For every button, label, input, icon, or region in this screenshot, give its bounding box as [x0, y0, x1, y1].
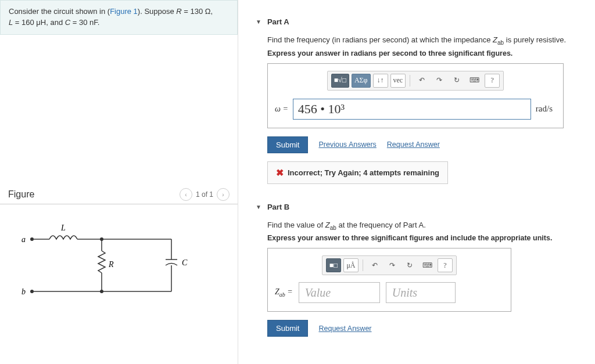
part-a-submit-button[interactable]: Submit: [267, 136, 308, 153]
undo-button[interactable]: ↶: [414, 74, 429, 88]
svg-text:L: L: [60, 224, 66, 232]
part-b-buttons: Submit Request Answer: [267, 320, 595, 337]
keyboard-button[interactable]: ⌨: [420, 258, 435, 272]
figure-header: Figure ‹ 1 of 1 ›: [0, 186, 238, 204]
units-button[interactable]: μÅ: [343, 258, 359, 272]
part-a-toolbar: ■√□ ΑΣφ ↓↑ vec ↶ ↷ ↻ ⌨ ?: [327, 71, 504, 91]
help-button[interactable]: ?: [485, 74, 500, 88]
part-a-instruction: Express your answer in radians per secon…: [267, 49, 595, 57]
templates-button[interactable]: ■√□: [331, 74, 349, 88]
collapse-icon: ▼: [256, 204, 261, 210]
svg-text:b: b: [21, 287, 26, 296]
reset-button[interactable]: ↻: [402, 258, 417, 272]
figure-next-button[interactable]: ›: [217, 188, 230, 201]
undo-button[interactable]: ↶: [367, 258, 382, 272]
omega-label: ω =: [275, 104, 288, 114]
svg-text:a: a: [21, 235, 26, 244]
part-a-prompt: Find the frequency (in radians per secon…: [267, 34, 595, 47]
part-a-buttons: Submit Previous Answers Request Answer: [267, 136, 595, 153]
svg-text:C: C: [182, 258, 188, 267]
zab-label: Zab =: [275, 287, 293, 298]
request-answer-link[interactable]: Request Answer: [387, 140, 440, 149]
redo-button[interactable]: ↷: [385, 258, 400, 272]
part-a-answer-input[interactable]: [293, 99, 531, 120]
figure-link[interactable]: Figure 1: [110, 7, 138, 16]
sort-button[interactable]: ↓↑: [373, 74, 388, 88]
figure-pager: 1 of 1: [196, 190, 213, 199]
part-b-header[interactable]: ▼ Part B: [256, 203, 595, 211]
request-answer-link[interactable]: Request Answer: [318, 325, 371, 333]
figure-body: a L C R: [0, 204, 238, 328]
part-b-units-input[interactable]: Units: [386, 282, 456, 303]
circuit-diagram: a L C R: [15, 222, 189, 309]
part-b-input-row: Zab = Value Units: [268, 280, 511, 311]
figure-nav: ‹ 1 of 1 ›: [180, 188, 230, 201]
part-b-answer-box: ■□ μÅ ↶ ↷ ↻ ⌨ ? Zab = Value Units: [267, 248, 511, 312]
part-b-submit-button[interactable]: Submit: [267, 320, 308, 337]
part-a-title: Part A: [267, 17, 289, 26]
figure-prev-button[interactable]: ‹: [180, 188, 192, 201]
part-a-answer-box: ■√□ ΑΣφ ↓↑ vec ↶ ↷ ↻ ⌨ ? ω = rad/s: [267, 63, 564, 128]
part-b-value-input[interactable]: Value: [299, 282, 380, 303]
part-b-toolbar: ■□ μÅ ↶ ↷ ↻ ⌨ ?: [322, 255, 457, 275]
greek-button[interactable]: ΑΣφ: [352, 74, 371, 88]
keyboard-button[interactable]: ⌨: [467, 74, 482, 88]
redo-button[interactable]: ↷: [432, 74, 447, 88]
templates-button[interactable]: ■□: [326, 258, 341, 272]
problem-statement: Consider the circuit shown in (Figure 1)…: [0, 0, 238, 35]
vec-button[interactable]: vec: [390, 74, 406, 88]
part-b-instruction: Express your answer to three significant…: [267, 234, 595, 242]
part-a-input-row: ω = rad/s: [268, 95, 563, 128]
svg-point-0: [30, 237, 34, 241]
right-column: ▼ Part A Find the frequency (in radians …: [238, 0, 595, 364]
part-a-unit: rad/s: [536, 104, 556, 114]
part-a-header[interactable]: ▼ Part A: [256, 17, 595, 26]
part-a-feedback: ✖ Incorrect; Try Again; 4 attempts remai…: [267, 161, 448, 184]
reset-button[interactable]: ↻: [449, 74, 464, 88]
incorrect-icon: ✖: [276, 167, 284, 178]
svg-text:R: R: [108, 260, 114, 269]
figure-title: Figure: [8, 189, 34, 200]
part-b-prompt: Find the value of Zab at the frequency o…: [267, 219, 595, 232]
svg-point-15: [30, 290, 34, 293]
previous-answers-link[interactable]: Previous Answers: [318, 140, 376, 149]
left-column: Consider the circuit shown in (Figure 1)…: [0, 0, 238, 364]
part-b-title: Part B: [267, 203, 289, 211]
collapse-icon: ▼: [256, 19, 261, 25]
help-button[interactable]: ?: [438, 258, 453, 272]
